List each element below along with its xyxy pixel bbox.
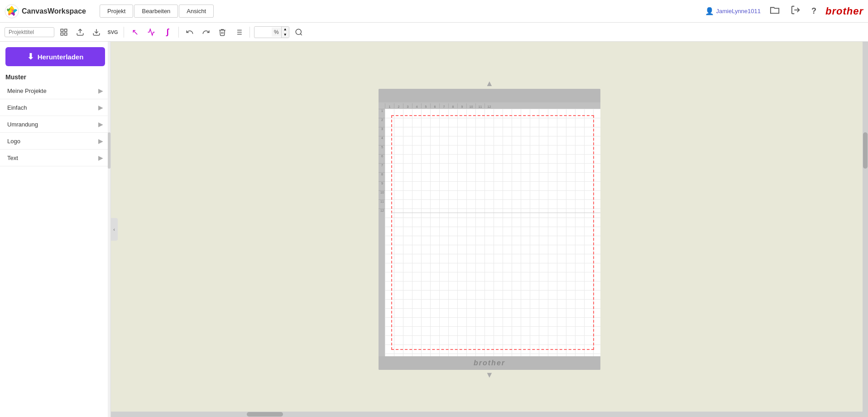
menu-ansicht[interactable]: Ansicht	[179, 5, 214, 18]
help-icon[interactable]: ?	[810, 5, 818, 18]
download-button[interactable]: ⬇ Herunterladen	[5, 47, 105, 66]
separator-2	[178, 27, 179, 38]
pattern-label: Logo	[7, 138, 20, 145]
svg-btn[interactable]: SVG	[106, 25, 120, 39]
download-label: Herunterladen	[38, 53, 84, 61]
pattern-label: Umrandung	[7, 121, 38, 128]
pattern-item-meine-projekte[interactable]: Meine Projekte ▶	[0, 82, 110, 99]
pattern-label: Einfach	[7, 104, 27, 111]
export-btn[interactable]	[90, 25, 103, 39]
pattern-list: Meine Projekte ▶ Einfach ▶ Umrandung ▶ L…	[0, 82, 110, 417]
pattern-arrow-icon: ▶	[98, 121, 103, 128]
username: JamieLynne1011	[716, 8, 761, 15]
pattern-arrow-icon: ▶	[98, 137, 103, 145]
cutting-mat: ▲ ▼ 1 2 3 4 5	[379, 89, 600, 370]
toolbar: SVG ↖ ∫	[0, 23, 868, 42]
cursor-tool[interactable]: ↖	[128, 25, 142, 39]
svg-rect-4	[61, 33, 63, 35]
top-right-area: 👤 JamieLynne1011 ? brother	[705, 3, 863, 19]
canvas-bottom-scroll-thumb[interactable]	[247, 412, 283, 417]
zoom-percent-label: %	[272, 28, 281, 37]
separator-3	[249, 27, 250, 38]
delete-btn[interactable]	[216, 25, 229, 39]
pattern-arrow-icon: ▶	[98, 87, 103, 94]
zoom-up-btn[interactable]: ▲	[282, 27, 289, 32]
app-name: CanvasWorkspace	[22, 7, 86, 15]
pattern-label: Meine Projekte	[7, 87, 47, 94]
canvas-area: ▲ ▼ 1 2 3 4 5	[111, 42, 868, 417]
scroll-thumb[interactable]	[108, 132, 110, 169]
redo-btn[interactable]	[199, 25, 213, 39]
download-icon: ⬇	[27, 52, 34, 62]
zoom-spinners: ▲ ▼	[281, 27, 289, 38]
svg-rect-2	[61, 29, 63, 31]
zoom-control: 48 % ▲ ▼	[254, 26, 289, 38]
ruler-top: 1 2 3 4 5 6 7 8 9 10 11 12	[379, 102, 600, 109]
logo-area: CanvasWorkspace	[5, 4, 95, 19]
ruler-and-work: 1 2 3 4 5 6 7 8 9 10 11 12	[379, 102, 600, 356]
muster-section-label: Muster	[0, 70, 110, 82]
menu-bearbeiten[interactable]: Bearbeiten	[134, 5, 178, 18]
folder-icon[interactable]	[768, 3, 782, 19]
canvas-right-scroll-thumb[interactable]	[863, 132, 868, 169]
canvas-right-scrollbar[interactable]	[863, 42, 868, 417]
main-layout: ⬇ Herunterladen Muster Meine Projekte ▶ …	[0, 42, 868, 417]
pattern-label: Text	[7, 155, 18, 161]
svg-point-14	[296, 29, 301, 34]
undo-btn[interactable]	[183, 25, 197, 39]
collapse-panel-button[interactable]: ‹	[110, 218, 118, 241]
separator-1	[124, 27, 124, 38]
svg-rect-3	[65, 29, 67, 31]
scroll-up-arrow: ▲	[485, 79, 494, 88]
mat-scroll-up[interactable]: ▲	[485, 79, 494, 88]
mat-header	[379, 89, 600, 102]
menu-projekt[interactable]: Projekt	[100, 5, 133, 18]
brother-footer-logo: brother	[474, 359, 505, 367]
ruler-left: 1 2 3 4 5 6 7 8 9 10 11 12	[379, 109, 385, 356]
cut-border	[391, 115, 594, 350]
mat-body: 1 2 3 4 5 6 7 8 9 10 11 12	[379, 89, 600, 370]
import-btn[interactable]	[73, 25, 87, 39]
pen-tool[interactable]	[144, 25, 158, 39]
pattern-item-text[interactable]: Text ▶	[0, 150, 110, 166]
search-btn[interactable]	[292, 25, 306, 39]
zoom-input[interactable]: 48	[254, 27, 272, 37]
brother-brand-logo: brother	[825, 5, 863, 17]
horizontal-guide	[391, 213, 600, 213]
grid-btn[interactable]	[57, 25, 71, 39]
zoom-down-btn[interactable]: ▼	[282, 32, 289, 38]
signout-icon[interactable]	[789, 3, 802, 19]
app-logo-icon	[5, 4, 19, 19]
project-title-input[interactable]	[5, 27, 54, 37]
pattern-item-logo[interactable]: Logo ▶	[0, 133, 110, 150]
mat-scroll-down[interactable]: ▼	[485, 370, 494, 380]
nav-menus: Projekt Bearbeiten Ansicht	[100, 5, 214, 18]
user-info[interactable]: 👤 JamieLynne1011	[705, 7, 761, 15]
left-panel: ⬇ Herunterladen Muster Meine Projekte ▶ …	[0, 42, 111, 417]
svg-rect-5	[65, 33, 67, 35]
pattern-arrow-icon: ▶	[98, 154, 103, 161]
scroll-down-arrow: ▼	[485, 370, 494, 379]
work-area[interactable]	[385, 109, 600, 356]
curve-tool[interactable]: ∫	[161, 25, 174, 39]
user-icon: 👤	[705, 7, 714, 15]
pattern-item-umrandung[interactable]: Umrandung ▶	[0, 116, 110, 133]
top-navigation: CanvasWorkspace Projekt Bearbeiten Ansic…	[0, 0, 868, 23]
pattern-arrow-icon: ▶	[98, 104, 103, 111]
mat-footer: brother	[379, 356, 600, 370]
svg-line-15	[300, 34, 302, 35]
align-btn[interactable]	[232, 25, 245, 39]
pattern-item-einfach[interactable]: Einfach ▶	[0, 99, 110, 116]
canvas-bottom-scrollbar[interactable]	[111, 412, 863, 417]
